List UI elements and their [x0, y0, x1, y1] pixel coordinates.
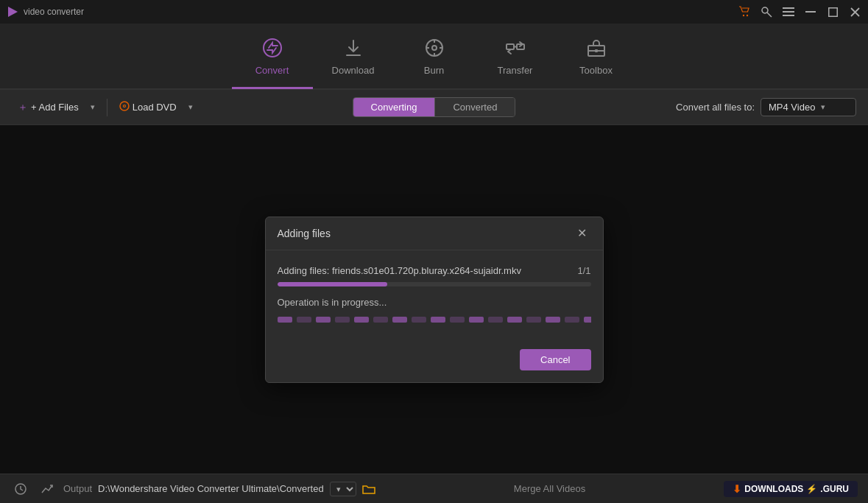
toolbar-item-download[interactable]: Download: [313, 23, 394, 89]
toolbar-item-transfer[interactable]: Transfer: [475, 23, 556, 89]
title-bar-controls: [737, 4, 862, 19]
key-icon[interactable]: [759, 4, 774, 19]
convert-icon: [261, 37, 283, 62]
menu-icon[interactable]: [781, 4, 796, 19]
add-files-label: + Add Files: [31, 102, 79, 113]
animated-progress-bar: [278, 317, 591, 323]
dashed-animation: [278, 317, 591, 323]
toolbar-item-burn[interactable]: Burn: [394, 23, 475, 89]
watermark-guru: .GURU: [820, 484, 849, 494]
file-name: Adding files: friends.s01e01.720p.bluray…: [278, 265, 571, 276]
svg-point-1: [743, 15, 744, 16]
svg-point-27: [123, 105, 125, 108]
toolbar-item-toolbox[interactable]: Toolbox: [556, 23, 637, 89]
output-label: Output: [63, 483, 92, 494]
toolbar-toolbox-label: Toolbox: [579, 65, 613, 76]
svg-rect-20: [507, 44, 514, 49]
operation-text: Operation is in progress...: [278, 297, 591, 308]
svg-point-2: [747, 15, 748, 16]
cancel-button[interactable]: Cancel: [520, 349, 590, 370]
toolbar-convert-label: Convert: [255, 65, 289, 76]
svg-point-3: [762, 7, 768, 13]
download-icon: [342, 37, 364, 62]
toolbox-icon: [585, 37, 607, 62]
toolbar-item-convert[interactable]: Convert: [232, 23, 313, 89]
svg-point-26: [120, 102, 129, 110]
main-area: Adding files ✕ Adding files: friends.s01…: [0, 125, 868, 474]
dialog-header: Adding files ✕: [266, 217, 603, 250]
history-icon-button[interactable]: [10, 479, 31, 499]
add-files-icon: ＋: [18, 101, 28, 114]
svg-rect-25: [595, 49, 598, 52]
watermark-text: DOWNLOADS: [744, 484, 803, 494]
merge-all-label: Merge All Videos: [514, 483, 585, 494]
svg-rect-8: [805, 11, 816, 13]
output-path: D:\Wondershare Video Converter Ultimate\…: [98, 483, 324, 494]
svg-rect-9: [828, 7, 837, 16]
svg-rect-6: [783, 11, 794, 13]
toolbar-download-label: Download: [332, 65, 375, 76]
open-folder-button[interactable]: [362, 483, 375, 495]
minimize-icon[interactable]: [803, 4, 818, 19]
load-dvd-label: Load DVD: [133, 102, 177, 113]
boost-icon-button[interactable]: [37, 479, 57, 499]
title-bar-left: video converter: [6, 5, 84, 18]
sub-toolbar: ＋ + Add Files ▾ Load DVD ▾ Converting Co…: [0, 90, 868, 125]
close-icon[interactable]: [847, 4, 862, 19]
dialog-body: Adding files: friends.s01e01.720p.bluray…: [266, 250, 603, 342]
svg-marker-0: [8, 7, 18, 17]
svg-point-15: [432, 46, 437, 50]
format-dropdown[interactable]: MP4 Video ▾: [761, 98, 856, 116]
convert-all-label: Convert all files to:: [676, 102, 755, 113]
file-progress-row: Adding files: friends.s01e01.720p.bluray…: [278, 265, 591, 276]
title-bar: video converter: [0, 0, 868, 24]
add-files-dropdown-arrow[interactable]: ▾: [85, 97, 101, 118]
dialog-close-button[interactable]: ✕: [574, 225, 591, 242]
tab-group: Converting Converted: [353, 97, 516, 117]
file-count: 1/1: [577, 265, 590, 276]
format-value: MP4 Video: [769, 102, 815, 113]
progress-bar-fill: [278, 282, 387, 286]
svg-rect-7: [783, 15, 794, 16]
sub-toolbar-left: ＋ + Add Files ▾ Load DVD ▾: [12, 97, 199, 118]
watermark-badge: ⬇ DOWNLOADS ⚡ .GURU: [724, 481, 858, 497]
dialog-footer: Cancel: [266, 342, 603, 382]
output-path-dropdown[interactable]: ▾: [330, 482, 356, 496]
format-dropdown-arrow: ▾: [821, 102, 825, 112]
load-dvd-dropdown-arrow[interactable]: ▾: [183, 97, 199, 118]
main-toolbar: Convert Download Burn: [0, 24, 868, 90]
progress-bar-background: [278, 282, 591, 286]
toolbar-transfer-label: Transfer: [498, 65, 533, 76]
load-dvd-button[interactable]: Load DVD: [113, 98, 183, 116]
convert-all-area: Convert all files to: MP4 Video ▾: [676, 98, 856, 116]
burn-icon: [423, 37, 445, 62]
dialog-overlay: Adding files ✕ Adding files: friends.s01…: [0, 125, 868, 474]
maximize-icon[interactable]: [825, 4, 840, 19]
bottom-bar: Output D:\Wondershare Video Converter Ul…: [0, 474, 868, 503]
separator: [107, 99, 107, 116]
app-title: video converter: [24, 7, 84, 17]
tab-converted[interactable]: Converted: [435, 98, 515, 116]
toolbar-burn-label: Burn: [424, 65, 444, 76]
cart-icon[interactable]: [737, 4, 752, 19]
dialog-title: Adding files: [278, 228, 331, 239]
tab-converting[interactable]: Converting: [353, 98, 436, 116]
transfer-icon: [504, 37, 526, 62]
svg-rect-5: [783, 7, 794, 9]
adding-files-dialog: Adding files ✕ Adding files: friends.s01…: [265, 217, 604, 383]
dvd-icon: [119, 101, 130, 113]
app-logo: [6, 5, 19, 18]
add-files-button[interactable]: ＋ + Add Files: [12, 98, 85, 117]
svg-line-4: [767, 13, 772, 17]
